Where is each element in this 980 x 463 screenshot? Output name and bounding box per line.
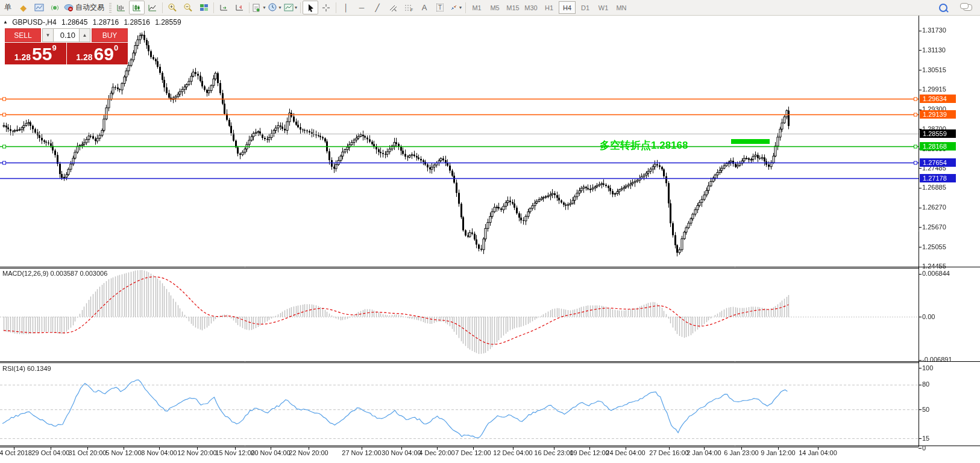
time-tick-label: 20 Nov 04:00 <box>251 449 290 456</box>
ohlc-high: 1.28716 <box>93 18 119 26</box>
buy-button[interactable]: BUY <box>92 28 128 42</box>
toolbar: 单 ◆ 自动交易 <box>0 0 980 16</box>
search-icon[interactable] <box>935 1 951 14</box>
timeframe-h1[interactable]: H1 <box>541 1 558 14</box>
price-tick-label: 1.31130 <box>922 46 946 54</box>
zoom-out-icon[interactable] <box>180 1 196 14</box>
volume-decrease-button[interactable]: ▼ <box>42 28 54 42</box>
pivot-annotation-text[interactable]: 多空转折点1.28168 <box>600 138 688 152</box>
new-order-button[interactable]: 单 <box>0 1 16 14</box>
autotrading-label: 自动交易 <box>74 2 106 13</box>
time-tick-label: 7 Dec 12:00 <box>455 449 491 456</box>
sell-price-display[interactable]: 1.28 55 9 <box>5 43 66 64</box>
volume-input[interactable]: 0.10 <box>54 28 79 42</box>
symbol-label: GBPUSD-,H4 <box>12 18 56 26</box>
chart-window: ▲ GBPUSD-,H4 1.28645 1.28716 1.28516 1.2… <box>0 0 980 463</box>
indicators-dropdown-arrow: ▾ <box>263 5 265 10</box>
templates-button[interactable]: ▾ <box>283 1 298 14</box>
timeframe-mn[interactable]: MN <box>613 1 630 14</box>
toolbar-separator <box>465 2 466 13</box>
time-tick-label: 29 Oct 04:00 <box>32 449 70 456</box>
timeframe-d1[interactable]: D1 <box>577 1 594 14</box>
text-label-tool-icon[interactable]: T <box>432 1 448 14</box>
timeframe-m30[interactable]: M30 <box>523 1 539 14</box>
time-tick-label: 16 Dec 23:00 <box>534 449 573 456</box>
toolbar-right-group <box>935 1 975 14</box>
signals-icon[interactable] <box>47 1 63 14</box>
time-tick-label: 4 Dec 20:00 <box>419 449 454 456</box>
ohlc-close: 1.28559 <box>155 18 181 26</box>
trendline-tool-icon[interactable]: ╱ <box>369 1 385 14</box>
price-tick-label: 1.26885 <box>922 184 946 191</box>
chart-title: ▲ GBPUSD-,H4 1.28645 1.28716 1.28516 1.2… <box>3 18 184 26</box>
rsi-indicator-label: RSI(14) 60.1349 <box>2 365 51 372</box>
candlestick-chart-type-icon[interactable] <box>129 1 145 14</box>
price-tick-label: 1.24455 <box>922 263 946 270</box>
time-tick-label: 15 Nov 12:00 <box>215 449 254 456</box>
macd-tick-label: 0.006844 <box>922 270 950 277</box>
terminal-icon[interactable] <box>31 1 47 14</box>
chat-icon[interactable] <box>960 1 975 14</box>
tile-windows-icon[interactable] <box>196 1 212 14</box>
timeframe-m15[interactable]: M15 <box>504 1 521 14</box>
market-watch-icon[interactable]: ◆ <box>16 1 31 14</box>
text-tool-icon[interactable]: A <box>416 1 432 14</box>
level-price-badge: 1.27654 <box>920 158 956 167</box>
mt4-window: 单 ◆ 自动交易 <box>0 0 980 463</box>
price-tick-label: 1.29915 <box>922 85 946 93</box>
buy-price-display[interactable]: 1.28 69 0 <box>67 43 128 64</box>
zoom-in-icon[interactable] <box>165 1 180 14</box>
line-chart-type-icon[interactable] <box>145 1 160 14</box>
sell-button[interactable]: SELL <box>5 28 41 42</box>
periods-button[interactable]: ▾ <box>267 1 283 14</box>
time-tick-label: 9 Jan 12:00 <box>761 449 796 456</box>
time-tick-label: 27 Nov 12:00 <box>342 449 381 456</box>
rsi-tick-label: 50 <box>922 406 929 413</box>
price-tick-label: 1.26270 <box>922 204 946 211</box>
timeframe-m5[interactable]: M5 <box>486 1 503 14</box>
time-tick-label: 14 Jan 04:00 <box>799 449 837 456</box>
volume-spinner: ▼ 0.10 ▲ <box>42 28 90 42</box>
price-tick-label: 1.25670 <box>922 223 946 231</box>
indicators-button[interactable]: ▾ <box>251 1 267 14</box>
collapse-arrow-icon[interactable]: ▲ <box>3 19 8 25</box>
autotrading-button[interactable]: 自动交易 <box>63 1 107 14</box>
time-tick-label: 19 Dec 12:00 <box>570 449 609 456</box>
bid-price-badge: 1.28559 <box>920 129 956 138</box>
timeframe-h4[interactable]: H4 <box>559 1 576 14</box>
horizontal-line-tool-icon[interactable]: ─ <box>354 1 369 14</box>
chart-canvas[interactable] <box>0 0 980 463</box>
toolbar-separator <box>249 2 250 13</box>
fibonacci-tool-icon[interactable]: F <box>401 1 416 14</box>
level-price-badge: 1.28168 <box>920 142 956 151</box>
vertical-line-tool-icon[interactable]: │ <box>338 1 354 14</box>
level-price-badge: 1.27178 <box>920 174 956 182</box>
time-tick-label: 24 Dec 04:00 <box>606 449 645 456</box>
crosshair-icon[interactable] <box>318 1 334 14</box>
macd-indicator-label: MACD(12,26,9) 0.003587 0.003006 <box>2 270 107 277</box>
time-tick-label: 24 Oct 2018 <box>0 449 32 456</box>
time-tick-label: 27 Dec 16:00 <box>649 449 688 456</box>
level-price-badge: 1.29139 <box>920 110 956 119</box>
macd-tick-label: 0.00 <box>922 313 935 320</box>
chart-shift-icon[interactable] <box>231 1 247 14</box>
timeframe-bar: M1M5M15M30H1H4D1W1MN <box>468 1 630 14</box>
time-tick-label: 12 Dec 04:00 <box>493 449 532 456</box>
toolbar-separator <box>336 2 336 13</box>
rsi-tick-label: 0 <box>922 444 926 452</box>
level-price-badge: 1.29634 <box>920 95 956 103</box>
time-tick-label: 22 Nov 20:00 <box>289 449 328 456</box>
bar-chart-type-icon[interactable] <box>113 1 129 14</box>
price-tick-label: 1.30515 <box>922 66 946 73</box>
timeframe-m1[interactable]: M1 <box>468 1 485 14</box>
auto-scroll-icon[interactable] <box>216 1 231 14</box>
new-order-label: 单 <box>2 2 13 13</box>
ohlc-low: 1.28516 <box>124 18 149 26</box>
cursor-icon[interactable] <box>303 1 318 14</box>
channel-tool-icon[interactable] <box>385 1 401 14</box>
volume-increase-button[interactable]: ▲ <box>79 28 90 42</box>
time-tick-label: 30 Nov 04:00 <box>382 449 421 456</box>
timeframe-w1[interactable]: W1 <box>595 1 612 14</box>
templates-dropdown-arrow: ▾ <box>295 5 297 10</box>
arrows-tool-button[interactable]: ▾ <box>448 1 463 14</box>
